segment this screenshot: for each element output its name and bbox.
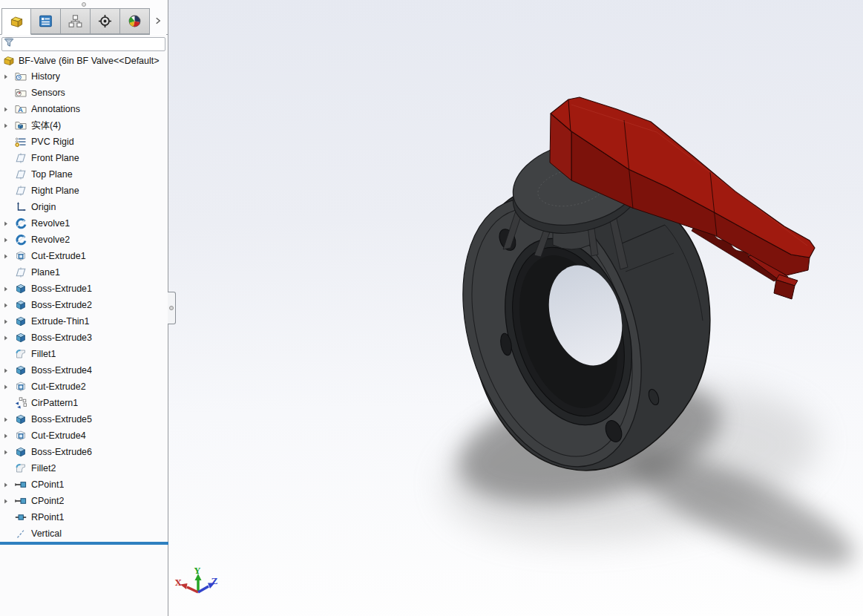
cut-extrude-icon: [15, 381, 27, 393]
expand-arrow[interactable]: [0, 448, 15, 456]
orientation-triad: X Y Z: [175, 566, 217, 592]
tree-item-pvc-rigid[interactable]: PVC Rigid: [0, 134, 168, 150]
expand-arrow[interactable]: [0, 318, 15, 325]
cut-extrude-icon: [15, 430, 27, 442]
cpoint-icon: [15, 479, 27, 491]
tree-item-boss-extrude5[interactable]: Boss-Extrude5: [0, 411, 168, 427]
rollback-bar[interactable]: [0, 542, 168, 545]
tree-item-extrude-thin1[interactable]: Extrude-Thin1: [0, 313, 168, 330]
tree-item-label: Boss-Extrude4: [31, 365, 92, 376]
dimxpert-manager-icon: [98, 14, 112, 28]
filter-funnel-icon: [4, 37, 15, 51]
tab-dimxpertmanager[interactable]: [91, 8, 120, 34]
tree-item-label: Boss-Extrude2: [31, 300, 92, 310]
expand-arrow-placeholder: [0, 530, 15, 537]
origin-icon: [15, 201, 27, 213]
tree-item-boss-extrude6[interactable]: Boss-Extrude6: [0, 444, 168, 460]
boss-extrude-icon: [15, 446, 27, 458]
tree-item-fillet1[interactable]: Fillet1: [0, 346, 168, 362]
tree-item-revolve2[interactable]: Revolve2: [0, 232, 168, 248]
expand-arrow-placeholder: [0, 350, 15, 358]
tree-item-annotations[interactable]: AAnnotations: [0, 101, 168, 117]
expand-arrow[interactable]: [0, 105, 15, 113]
expand-arrow[interactable]: [0, 481, 15, 488]
expand-arrow-placeholder: [0, 89, 15, 96]
expand-arrow[interactable]: [0, 285, 15, 292]
expand-arrow[interactable]: [0, 416, 15, 423]
tree-item-label: Origin: [31, 202, 56, 212]
expand-arrow-placeholder: [0, 269, 15, 276]
expand-arrow-placeholder: [0, 465, 15, 472]
tree-item-right-plane[interactable]: Right Plane: [0, 183, 168, 199]
display-manager-icon: [128, 14, 142, 28]
boss-extrude-icon: [15, 332, 27, 344]
tree-item-top-plane[interactable]: Top Plane: [0, 166, 168, 183]
tree-filter-input[interactable]: [1, 37, 165, 51]
tree-item-vertical[interactable]: Vertical: [0, 525, 168, 542]
expand-arrow[interactable]: [0, 432, 15, 439]
expand-arrow[interactable]: [0, 73, 15, 80]
tree-item-revolve1[interactable]: Revolve1: [0, 215, 168, 232]
tree-item-4[interactable]: 实体(4): [0, 117, 168, 134]
tree-item-label: Sensors: [31, 88, 65, 98]
feature-manager-panel: BF-Valve (6in BF Valve<<Default> History…: [0, 0, 168, 616]
tree-item-origin[interactable]: Origin: [0, 199, 168, 215]
chevron-right-icon: [154, 15, 163, 28]
configuration-manager-icon: [68, 14, 82, 28]
expand-arrow[interactable]: [0, 236, 15, 243]
tree-item-label: Plane1: [31, 267, 60, 278]
panel-collapse-handle[interactable]: [168, 292, 176, 324]
tree-item-label: Boss-Extrude3: [31, 332, 92, 343]
tree-item-cpoint1[interactable]: CPoint1: [0, 476, 168, 493]
expand-arrow[interactable]: [0, 252, 15, 260]
expand-arrow[interactable]: [0, 334, 15, 341]
part-icon: [10, 15, 24, 29]
tree-item-cut-extrude4[interactable]: Cut-Extrude4: [0, 427, 168, 444]
tab-propertymanager[interactable]: [31, 8, 61, 34]
tree-item-label: Fillet1: [31, 349, 56, 359]
tree-item-boss-extrude4[interactable]: Boss-Extrude4: [0, 362, 168, 379]
tab-featuremanager-design-tree[interactable]: [1, 8, 31, 35]
expand-arrow-placeholder: [0, 399, 15, 407]
boss-extrude-icon: [15, 315, 27, 327]
tree-item-plane1[interactable]: Plane1: [0, 264, 168, 281]
tree-item-rpoint1[interactable]: RPoint1: [0, 509, 168, 525]
feature-tree: BF-Valve (6in BF Valve<<Default> History…: [0, 53, 168, 542]
tree-item-cirpattern1[interactable]: CirPattern1: [0, 395, 168, 411]
tree-item-boss-extrude1[interactable]: Boss-Extrude1: [0, 281, 168, 297]
graphics-viewport[interactable]: X Y Z: [168, 0, 863, 616]
triad-x-label: X: [175, 578, 182, 588]
svg-text:A: A: [18, 105, 23, 114]
tree-item-label: Cut-Extrude2: [31, 381, 86, 392]
tree-item-cut-extrude2[interactable]: Cut-Extrude2: [0, 379, 168, 395]
boss-extrude-icon: [15, 413, 27, 425]
expand-arrow[interactable]: [0, 220, 15, 227]
tree-root-bf-valve[interactable]: BF-Valve (6in BF Valve<<Default>: [0, 53, 168, 68]
tree-item-history[interactable]: History: [0, 68, 168, 85]
boss-extrude-icon: [15, 283, 27, 295]
tree-item-label: PVC Rigid: [31, 137, 74, 147]
expand-arrow-placeholder: [0, 187, 15, 194]
tree-item-front-plane[interactable]: Front Plane: [0, 150, 168, 166]
tree-item-cpoint2[interactable]: CPoint2: [0, 493, 168, 509]
plane-icon: [15, 168, 27, 180]
tab-displaymanager[interactable]: [120, 8, 150, 34]
tab-overflow-chevron[interactable]: [150, 8, 166, 35]
tree-item-boss-extrude2[interactable]: Boss-Extrude2: [0, 297, 168, 313]
expand-arrow[interactable]: [0, 122, 15, 129]
panel-splitter-grip[interactable]: [0, 0, 168, 8]
expand-arrow[interactable]: [0, 367, 15, 374]
tree-item-label: History: [31, 71, 60, 82]
tree-item-fillet2[interactable]: Fillet2: [0, 460, 168, 476]
tree-item-boss-extrude3[interactable]: Boss-Extrude3: [0, 330, 168, 346]
plane-icon: [15, 266, 27, 278]
triad-y-label: Y: [194, 566, 200, 576]
expand-arrow[interactable]: [0, 497, 15, 505]
tree-item-cut-extrude1[interactable]: Cut-Extrude1: [0, 248, 168, 264]
tree-item-sensors[interactable]: Sensors: [0, 85, 168, 101]
tree-item-label: Boss-Extrude1: [31, 284, 92, 294]
expand-arrow[interactable]: [0, 383, 15, 390]
expand-arrow[interactable]: [0, 301, 15, 309]
property-manager-icon: [39, 14, 53, 28]
tab-configurationmanager[interactable]: [61, 8, 91, 34]
